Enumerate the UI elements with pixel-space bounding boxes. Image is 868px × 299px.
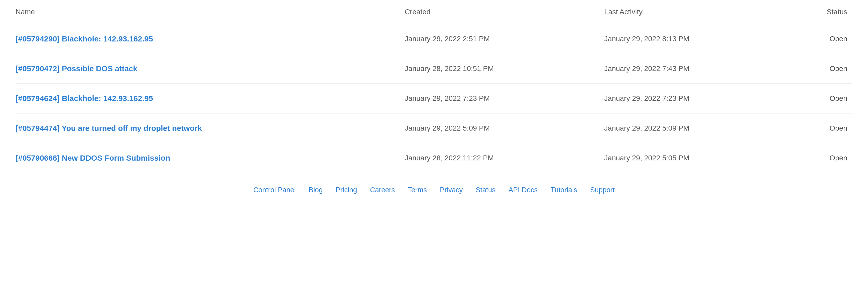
main-container: Name Created Last Activity Status [#0579… xyxy=(0,0,868,204)
footer-link-blog[interactable]: Blog xyxy=(309,186,322,194)
tickets-table: Name Created Last Activity Status [#0579… xyxy=(16,0,852,173)
ticket-created-cell: January 29, 2022 2:51 PM xyxy=(400,24,599,54)
col-header-last-activity: Last Activity xyxy=(599,0,790,24)
ticket-status-cell: Open xyxy=(790,54,852,84)
page-footer: Control PanelBlogPricingCareersTermsPriv… xyxy=(16,173,852,204)
ticket-name-cell: [#05794624] Blackhole: 142.93.162.95 xyxy=(16,84,400,114)
ticket-created-cell: January 29, 2022 7:23 PM xyxy=(400,84,599,114)
ticket-name-cell: [#05794290] Blackhole: 142.93.162.95 xyxy=(16,24,400,54)
ticket-name-cell: [#05790666] New DDOS Form Submission xyxy=(16,143,400,173)
ticket-status-cell: Open xyxy=(790,24,852,54)
table-row: [#05790472] Possible DOS attackJanuary 2… xyxy=(16,54,852,84)
ticket-activity-cell: January 29, 2022 7:23 PM xyxy=(599,84,790,114)
footer-link-control-panel[interactable]: Control Panel xyxy=(253,186,296,194)
footer-link-pricing[interactable]: Pricing xyxy=(336,186,357,194)
ticket-status-cell: Open xyxy=(790,143,852,173)
footer-link-tutorials[interactable]: Tutorials xyxy=(551,186,577,194)
footer-link-privacy[interactable]: Privacy xyxy=(440,186,463,194)
ticket-activity-cell: January 29, 2022 5:09 PM xyxy=(599,114,790,143)
col-header-name: Name xyxy=(16,0,400,24)
ticket-link[interactable]: [#05794624] Blackhole: 142.93.162.95 xyxy=(16,94,153,102)
footer-link-api-docs[interactable]: API Docs xyxy=(508,186,538,194)
footer-link-careers[interactable]: Careers xyxy=(370,186,395,194)
ticket-link[interactable]: [#05794474] You are turned off my drople… xyxy=(16,124,202,132)
ticket-link[interactable]: [#05790472] Possible DOS attack xyxy=(16,64,137,73)
table-body: [#05794290] Blackhole: 142.93.162.95Janu… xyxy=(16,24,852,173)
ticket-created-cell: January 28, 2022 11:22 PM xyxy=(400,143,599,173)
table-row: [#05794290] Blackhole: 142.93.162.95Janu… xyxy=(16,24,852,54)
ticket-name-cell: [#05794474] You are turned off my drople… xyxy=(16,114,400,143)
tickets-table-wrapper: Name Created Last Activity Status [#0579… xyxy=(16,0,852,173)
col-header-status: Status xyxy=(790,0,852,24)
footer-link-status[interactable]: Status xyxy=(476,186,496,194)
ticket-link[interactable]: [#05790666] New DDOS Form Submission xyxy=(16,154,170,162)
ticket-name-cell: [#05790472] Possible DOS attack xyxy=(16,54,400,84)
ticket-activity-cell: January 29, 2022 8:13 PM xyxy=(599,24,790,54)
ticket-created-cell: January 29, 2022 5:09 PM xyxy=(400,114,599,143)
table-row: [#05790666] New DDOS Form SubmissionJanu… xyxy=(16,143,852,173)
ticket-status-cell: Open xyxy=(790,114,852,143)
table-header-row: Name Created Last Activity Status xyxy=(16,0,852,24)
table-row: [#05794624] Blackhole: 142.93.162.95Janu… xyxy=(16,84,852,114)
ticket-activity-cell: January 29, 2022 7:43 PM xyxy=(599,54,790,84)
ticket-status-cell: Open xyxy=(790,84,852,114)
footer-link-terms[interactable]: Terms xyxy=(408,186,427,194)
ticket-activity-cell: January 29, 2022 5:05 PM xyxy=(599,143,790,173)
ticket-link[interactable]: [#05794290] Blackhole: 142.93.162.95 xyxy=(16,34,153,43)
footer-link-support[interactable]: Support xyxy=(590,186,615,194)
ticket-created-cell: January 28, 2022 10:51 PM xyxy=(400,54,599,84)
table-row: [#05794474] You are turned off my drople… xyxy=(16,114,852,143)
col-header-created: Created xyxy=(400,0,599,24)
